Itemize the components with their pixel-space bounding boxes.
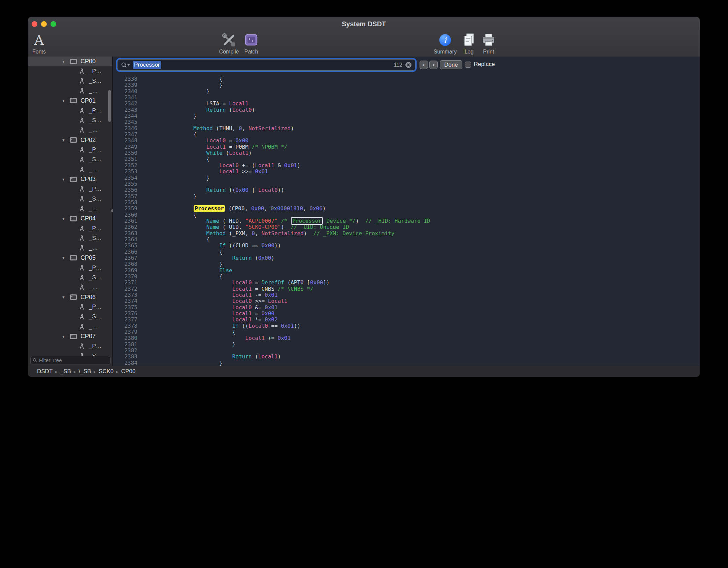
find-next-button[interactable]: >: [429, 61, 438, 69]
code-line[interactable]: 2384 }: [113, 360, 700, 366]
code-line[interactable]: 2382: [113, 348, 700, 354]
find-input[interactable]: Processor 112: [117, 59, 416, 71]
filter-tree-input[interactable]: Filter Tree: [30, 356, 111, 364]
disclosure-triangle-icon[interactable]: ▼: [62, 60, 67, 64]
code-line[interactable]: 2363 Method (_PXM, 0, NotSerialized) // …: [113, 230, 700, 237]
tree-item-method[interactable]: _P…: [28, 341, 112, 351]
disclosure-triangle-icon[interactable]: ▼: [62, 138, 67, 142]
code-line[interactable]: 2366 {: [113, 249, 700, 255]
code-line[interactable]: 2341: [113, 95, 700, 101]
code-line[interactable]: 2355: [113, 181, 700, 187]
tree-item-method[interactable]: _…: [28, 204, 112, 214]
code-line[interactable]: 2383 Return (Local1): [113, 354, 700, 360]
code-line[interactable]: 2379 {: [113, 329, 700, 335]
breadcrumb-item[interactable]: DSDT: [37, 368, 53, 375]
code-line[interactable]: 2340 }: [113, 88, 700, 95]
code-line[interactable]: 2380 Local1 += 0x01: [113, 335, 700, 341]
code-line[interactable]: 2378 If ((Local0 == 0x01)): [113, 323, 700, 329]
tree-item-cp01[interactable]: ▼CP01: [28, 96, 112, 106]
tree-item-method[interactable]: _S…: [28, 115, 112, 125]
code-line[interactable]: 2359 Processor (CP00, 0x00, 0x00001810, …: [113, 206, 700, 212]
code-line[interactable]: 2365 If ((CLOD == 0x00)): [113, 243, 700, 249]
breadcrumb-item[interactable]: \_SB: [78, 368, 91, 375]
tree-item-method[interactable]: _S…: [28, 312, 112, 322]
summary-button[interactable]: i Summary: [430, 31, 460, 56]
tree-item-cp05[interactable]: ▼CP05: [28, 253, 112, 263]
code-line[interactable]: 2369 Else: [113, 268, 700, 274]
tree-item-method[interactable]: _S…: [28, 273, 112, 282]
code-line[interactable]: 2357 }: [113, 193, 700, 200]
code-line[interactable]: 2345: [113, 119, 700, 125]
tree-item-method[interactable]: _…: [28, 125, 112, 135]
tree-item-method[interactable]: _P…: [28, 263, 112, 273]
tree-item-method[interactable]: _S…: [28, 155, 112, 165]
code-line[interactable]: 2343 Return (Local0): [113, 107, 700, 113]
code-line[interactable]: 2360 {: [113, 212, 700, 218]
clear-search-icon[interactable]: [405, 62, 412, 68]
sidebar-scrollbar[interactable]: [108, 90, 111, 122]
disclosure-triangle-icon[interactable]: ▼: [62, 256, 67, 260]
tree-item-cp04[interactable]: ▼CP04: [28, 214, 112, 223]
code-line[interactable]: 2364 {: [113, 237, 700, 243]
find-previous-button[interactable]: <: [420, 61, 428, 69]
sidebar-tree[interactable]: ▼CP00_P…_S…_…▼CP01_P…_S…_…▼CP02_P…_S…_…▼…: [28, 57, 112, 356]
disclosure-triangle-icon[interactable]: ▼: [62, 177, 67, 181]
tree-item-method[interactable]: _…: [28, 165, 112, 174]
tree-item-cp06[interactable]: ▼CP06: [28, 292, 112, 302]
tree-item-cp00[interactable]: ▼CP00: [28, 57, 112, 66]
code-line[interactable]: 2353 Local1 >>= 0x01: [113, 169, 700, 175]
tree-item-method[interactable]: _P…: [28, 145, 112, 155]
code-line[interactable]: 2347 {: [113, 132, 700, 138]
disclosure-triangle-icon[interactable]: ▼: [62, 99, 67, 103]
breadcrumb-item[interactable]: _SB: [60, 368, 71, 375]
code-line[interactable]: 2350 While (Local1): [113, 150, 700, 156]
disclosure-triangle-icon[interactable]: ▼: [62, 217, 67, 221]
code-line[interactable]: 2376 Local1 = 0x00: [113, 311, 700, 317]
code-line[interactable]: 2339 }: [113, 82, 700, 88]
fonts-button[interactable]: A Fonts: [28, 31, 50, 56]
code-line[interactable]: 2354 }: [113, 175, 700, 181]
code-line[interactable]: 2377 Local1 *= 0x02: [113, 317, 700, 323]
disclosure-triangle-icon[interactable]: ▼: [62, 334, 67, 339]
code-area[interactable]: 2338 {2339 }2340 }23412342 LSTA = Local1…: [113, 76, 700, 366]
code-line[interactable]: 2371 Local0 = DerefOf (APT0 [0x00]): [113, 280, 700, 286]
code-line[interactable]: 2370 {: [113, 274, 700, 280]
code-line[interactable]: 2338 {: [113, 76, 700, 82]
tree-item-cp07[interactable]: ▼CP07: [28, 331, 112, 341]
code-line[interactable]: 2361 Name (_HID, "ACPI0007" /* Processor…: [113, 218, 700, 224]
code-line[interactable]: 2346 Method (THNU, 0, NotSerialized): [113, 126, 700, 132]
tree-item-method[interactable]: _…: [28, 322, 112, 331]
tree-item-method[interactable]: _P…: [28, 106, 112, 115]
code-line[interactable]: 2375 Local0 &= 0x01: [113, 305, 700, 311]
tree-item-method[interactable]: _…: [28, 243, 112, 253]
tree-item-cp03[interactable]: ▼CP03: [28, 174, 112, 184]
tree-item-method[interactable]: _P…: [28, 184, 112, 194]
code-line[interactable]: 2356 Return ((0x00 | Local0)): [113, 187, 700, 193]
code-line[interactable]: 2352 Local0 += (Local1 & 0x01): [113, 163, 700, 169]
search-options-icon[interactable]: [121, 62, 130, 68]
tree-item-method[interactable]: _S…: [28, 76, 112, 86]
tree-item-method[interactable]: _…: [28, 86, 112, 96]
code-line[interactable]: 2344 }: [113, 113, 700, 119]
code-line[interactable]: 2368 }: [113, 261, 700, 267]
tree-item-method[interactable]: _S…: [28, 194, 112, 204]
done-button[interactable]: Done: [440, 60, 462, 69]
code-line[interactable]: 2372 Local1 = CNBS /* \CNBS */: [113, 286, 700, 292]
code-line[interactable]: 2342 LSTA = Local1: [113, 101, 700, 107]
breadcrumb-item[interactable]: SCK0: [99, 368, 113, 375]
tree-item-method[interactable]: _P…: [28, 302, 112, 312]
code-line[interactable]: 2373 Local1 -= 0x01: [113, 292, 700, 298]
code-line[interactable]: 2348 Local0 = 0x00: [113, 138, 700, 144]
tree-item-method[interactable]: _…: [28, 282, 112, 292]
code-line[interactable]: 2381 }: [113, 342, 700, 348]
tree-item-cp02[interactable]: ▼CP02: [28, 135, 112, 145]
disclosure-triangle-icon[interactable]: ▼: [62, 295, 67, 299]
code-line[interactable]: 2367 Return (0x00): [113, 255, 700, 261]
code-line[interactable]: 2362 Name (_UID, "SCK0-CP00") // _UID: U…: [113, 224, 700, 230]
tree-item-method[interactable]: _P…: [28, 223, 112, 233]
code-line[interactable]: 2349 Local1 = P0BM /* \P0BM */: [113, 144, 700, 150]
replace-checkbox[interactable]: [465, 62, 471, 68]
code-editor[interactable]: Processor 112 < > Done Replace 2338 {233…: [113, 57, 700, 366]
tree-item-method[interactable]: _P…: [28, 66, 112, 76]
code-line[interactable]: 2358: [113, 200, 700, 206]
